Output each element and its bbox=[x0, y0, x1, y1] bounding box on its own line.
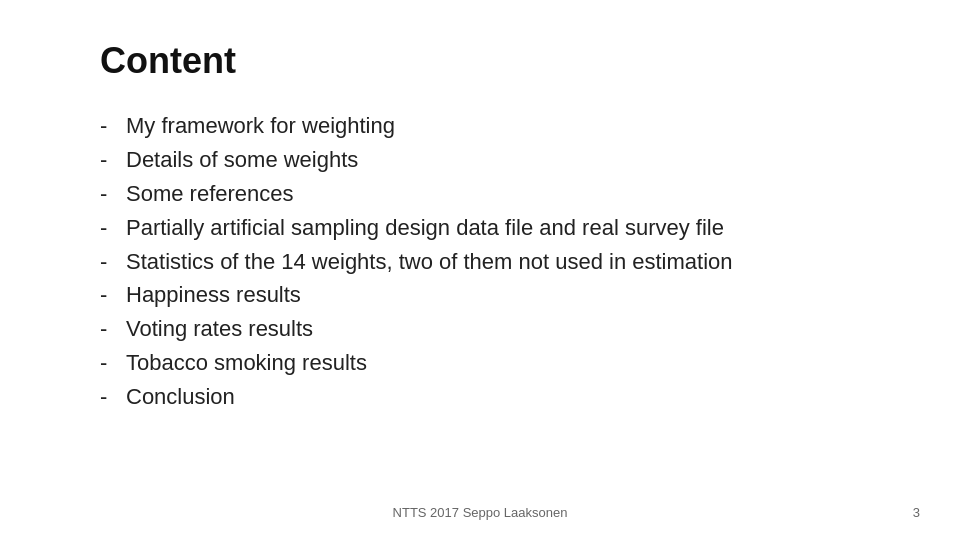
footer-center: NTTS 2017 Seppo Laaksonen bbox=[0, 505, 960, 520]
list-text: Voting rates results bbox=[126, 313, 313, 345]
list-item: - Tobacco smoking results bbox=[100, 347, 900, 379]
list-dash: - bbox=[100, 178, 126, 210]
list-text: Happiness results bbox=[126, 279, 301, 311]
list-dash: - bbox=[100, 110, 126, 142]
list-item: - My framework for weighting bbox=[100, 110, 900, 142]
list-item: - Details of some weights bbox=[100, 144, 900, 176]
list-item: - Some references bbox=[100, 178, 900, 210]
footer-page-number: 3 bbox=[913, 505, 920, 520]
list-text: Details of some weights bbox=[126, 144, 358, 176]
list-text: Statistics of the 14 weights, two of the… bbox=[126, 246, 733, 278]
slide: Content - My framework for weighting - D… bbox=[0, 0, 960, 540]
list-item: - Voting rates results bbox=[100, 313, 900, 345]
list-text: Partially artificial sampling design dat… bbox=[126, 212, 724, 244]
list-dash: - bbox=[100, 313, 126, 345]
list-item: - Statistics of the 14 weights, two of t… bbox=[100, 246, 900, 278]
list-dash: - bbox=[100, 144, 126, 176]
list-text: Conclusion bbox=[126, 381, 235, 413]
content-list: - My framework for weighting - Details o… bbox=[100, 110, 900, 413]
list-dash: - bbox=[100, 279, 126, 311]
list-dash: - bbox=[100, 212, 126, 244]
list-item: - Partially artificial sampling design d… bbox=[100, 212, 900, 244]
list-item: - Conclusion bbox=[100, 381, 900, 413]
list-dash: - bbox=[100, 347, 126, 379]
list-text: Some references bbox=[126, 178, 294, 210]
list-item: - Happiness results bbox=[100, 279, 900, 311]
list-dash: - bbox=[100, 246, 126, 278]
list-dash: - bbox=[100, 381, 126, 413]
list-text: Tobacco smoking results bbox=[126, 347, 367, 379]
slide-title: Content bbox=[100, 40, 900, 82]
list-text: My framework for weighting bbox=[126, 110, 395, 142]
